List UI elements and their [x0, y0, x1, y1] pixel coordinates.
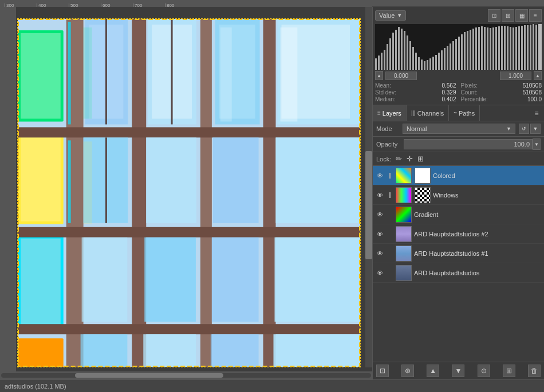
svg-rect-53: [398, 27, 400, 70]
svg-rect-95: [518, 26, 520, 70]
layer-visibility-ard[interactable]: 👁: [375, 268, 384, 278]
paths-tab-icon: ~: [454, 110, 457, 116]
ruler-left-vertical: [0, 7, 16, 371]
histogram-range: ▲ ▲: [375, 71, 542, 80]
lock-row: Lock: ✏ ✛ ⊞: [373, 152, 544, 166]
canvas-image-frame[interactable]: [17, 18, 361, 367]
layer-visibility-colored[interactable]: 👁: [375, 171, 384, 180]
canvas-horizontal-scrollbar[interactable]: [0, 371, 372, 379]
status-text: adtstudios (102.1 MB): [5, 383, 66, 390]
eye-icon: 👁: [377, 250, 383, 257]
layer-item-colored[interactable]: 👁 Colored: [373, 166, 544, 185]
lock-all-icon[interactable]: ⊞: [417, 155, 424, 163]
lock-label: Lock:: [376, 156, 391, 163]
svg-rect-99: [530, 25, 531, 70]
histogram-uncached-button[interactable]: ⊡: [488, 9, 500, 22]
histogram-compact-button[interactable]: ▦: [515, 9, 528, 22]
layer-down-button[interactable]: ▼: [452, 365, 464, 377]
svg-rect-30: [275, 237, 361, 322]
scroll-thumb[interactable]: [75, 373, 223, 378]
layer-item-ard2[interactable]: 👁 ARD Hauptstadtstudios #2: [373, 224, 544, 244]
range-min-arrow[interactable]: ▲: [375, 71, 383, 80]
opacity-input[interactable]: [404, 139, 533, 149]
layers-list[interactable]: 👁 Colored 👁: [373, 166, 544, 362]
histogram-section: Value ▼ ⊡ ⊞ ▦ ≡: [373, 7, 544, 105]
mode-reset-button[interactable]: ↺: [519, 124, 529, 134]
svg-rect-4: [18, 338, 64, 367]
histogram-menu-button[interactable]: ≡: [529, 9, 542, 22]
layer-name-gradient: Gradient: [414, 211, 542, 218]
mode-expand-button[interactable]: ▼: [530, 124, 541, 134]
range-max-arrow[interactable]: ▲: [534, 71, 542, 80]
tab-layers[interactable]: ≡ Layers: [373, 105, 407, 121]
layer-name-ard1: ARD Hauptstadtstudios #1: [414, 250, 542, 257]
opacity-label: Opacity: [376, 141, 404, 148]
svg-rect-28: [144, 237, 196, 322]
mode-label: Mode: [376, 125, 399, 132]
histogram-header: Value ▼ ⊡ ⊞ ▦ ≡: [375, 9, 542, 22]
lock-position-icon[interactable]: ✛: [407, 155, 413, 163]
layer-visibility-windows[interactable]: 👁: [375, 191, 384, 200]
lock-pixels-icon[interactable]: ✏: [396, 155, 402, 163]
svg-rect-54: [401, 29, 403, 70]
svg-rect-55: [404, 31, 405, 70]
svg-rect-48: [384, 50, 385, 70]
svg-rect-25: [213, 137, 259, 223]
pixels-label: Pixels:: [461, 82, 478, 89]
svg-rect-102: [538, 24, 542, 70]
new-fill-button[interactable]: ⊕: [401, 365, 414, 377]
channels-tab-icon: |||: [411, 110, 416, 116]
svg-rect-101: [535, 25, 537, 70]
opacity-arrow-button[interactable]: ▼: [533, 138, 541, 150]
add-layer-button[interactable]: ⊞: [503, 365, 515, 377]
layer-item-ard1[interactable]: 👁 ARD Hauptstadtstudios #1: [373, 244, 544, 263]
svg-rect-40: [84, 141, 92, 224]
layer-visibility-ard2[interactable]: 👁: [375, 229, 384, 239]
svg-rect-67: [438, 53, 440, 70]
layer-visibility-ard1[interactable]: 👁: [375, 249, 384, 258]
range-max-input[interactable]: [500, 72, 531, 80]
svg-rect-70: [447, 46, 448, 70]
layer-visibility-gradient[interactable]: 👁: [375, 210, 384, 219]
eye-icon: 👁: [377, 172, 383, 179]
svg-rect-27: [82, 237, 128, 322]
layer-item-gradient[interactable]: 👁 Gradient: [373, 205, 544, 224]
canvas-scroll[interactable]: [0, 7, 372, 371]
svg-rect-10: [200, 19, 212, 367]
svg-rect-52: [395, 30, 397, 70]
ruler-left: 300 400 500 600 700 800: [0, 0, 372, 7]
svg-rect-37: [68, 22, 71, 124]
delete-layer-button[interactable]: 🗑: [528, 365, 541, 377]
range-min-input[interactable]: [385, 72, 417, 80]
new-group-button[interactable]: ⊡: [376, 365, 389, 377]
svg-rect-6: [21, 136, 61, 221]
tab-channels[interactable]: ||| Channels: [407, 105, 449, 121]
layer-name-windows: Windows: [433, 192, 542, 199]
svg-rect-45: [375, 58, 377, 70]
layer-item-windows[interactable]: 👁 Windows: [373, 185, 544, 205]
add-mask-button[interactable]: ⊙: [478, 365, 490, 377]
svg-rect-62: [424, 61, 425, 70]
canvas-area[interactable]: [0, 7, 372, 379]
svg-rect-65: [432, 57, 434, 70]
svg-rect-74: [458, 37, 460, 70]
svg-rect-94: [515, 27, 517, 70]
histogram-cached-button[interactable]: ⊞: [502, 9, 514, 22]
layer-up-button[interactable]: ▲: [427, 365, 439, 377]
median-label: Median:: [375, 96, 396, 102]
svg-rect-36: [220, 27, 232, 121]
scroll-track[interactable]: [1, 373, 371, 378]
svg-rect-73: [455, 39, 457, 70]
layer-thumb-gradient: [396, 207, 412, 223]
layer-name-ard2: ARD Hauptstadtstudios #2: [414, 231, 542, 237]
mode-chevron-icon: ▼: [506, 126, 511, 132]
svg-rect-92: [510, 27, 511, 70]
layer-name-colored: Colored: [433, 172, 542, 179]
vertical-scrollbar[interactable]: [365, 7, 372, 367]
tab-paths[interactable]: ~ Paths: [449, 105, 480, 121]
layer-item-ard[interactable]: 👁 ARD Hauptstadtstudios: [373, 263, 544, 283]
mode-dropdown[interactable]: Normal ▼: [403, 124, 515, 134]
ruler-top: 300 400 500 600 700 800: [0, 0, 544, 7]
histogram-dropdown[interactable]: Value ▼: [375, 10, 406, 21]
panel-menu-button[interactable]: ≡: [531, 108, 542, 118]
